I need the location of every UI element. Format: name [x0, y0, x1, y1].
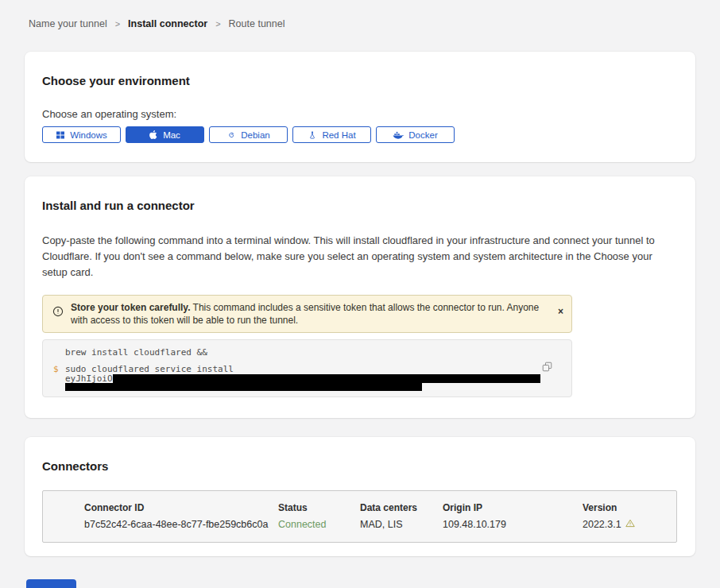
breadcrumb: Name your tunnel > Install connector > R… [0, 0, 720, 29]
column-header-connector-id: Connector ID [84, 502, 278, 513]
token-warning-banner: Store your token carefully. This command… [42, 295, 572, 333]
os-button-label: Mac [163, 130, 180, 140]
redacted-token-bar [113, 374, 540, 383]
column-header-version: Version [583, 502, 664, 513]
status-badge: Connected [278, 519, 360, 530]
connector-id-value: b7c52c42-6caa-48ee-8c77-fbe259cb6c0a [84, 519, 278, 530]
next-button[interactable]: Next [26, 579, 76, 588]
os-button-debian[interactable]: Debian [209, 126, 288, 143]
warning-triangle-icon [625, 519, 635, 530]
breadcrumb-separator: > [115, 19, 120, 29]
docker-icon [393, 130, 404, 140]
os-select-label: Choose an operating system: [42, 108, 678, 120]
os-button-windows[interactable]: Windows [42, 126, 121, 143]
install-command-code-block: brew install cloudflared && $ sudo cloud… [42, 339, 572, 397]
os-button-label: Red Hat [322, 130, 355, 140]
os-button-label: Docker [408, 130, 437, 140]
token-warning-text: Store your token carefully. This command… [71, 301, 544, 327]
breadcrumb-step-route-tunnel[interactable]: Route tunnel [229, 18, 285, 29]
terminal-prompt: $ [53, 365, 59, 373]
code-line-service-install: sudo cloudflared service install [65, 364, 234, 374]
breadcrumb-separator: > [215, 19, 220, 29]
windows-icon [56, 130, 65, 140]
os-button-mac[interactable]: Mac [126, 126, 204, 143]
token-warning-title: Store your token carefully. [71, 302, 191, 313]
install-card-title: Install and run a connector [42, 199, 678, 212]
install-connector-card: Install and run a connector Copy-paste t… [25, 176, 695, 418]
data-centers-value: MAD, LIS [360, 519, 443, 530]
os-button-group: Windows Mac Debian Red Hat Docker [42, 126, 678, 143]
os-button-redhat[interactable]: Red Hat [292, 126, 371, 143]
os-button-docker[interactable]: Docker [376, 126, 455, 143]
version-value: 2022.3.1 [583, 519, 621, 530]
apple-icon [149, 130, 158, 140]
connectors-card-title: Connectors [42, 459, 678, 473]
close-icon[interactable]: × [558, 307, 563, 316]
connectors-table: Connector ID Status Data centers Origin … [42, 490, 677, 543]
redacted-token-bar [65, 383, 422, 391]
environment-card-title: Choose your environment [42, 74, 678, 87]
choose-environment-card: Choose your environment Choose an operat… [25, 52, 695, 162]
breadcrumb-step-name-your-tunnel[interactable]: Name your tunnel [29, 18, 107, 29]
breadcrumb-step-install-connector[interactable]: Install connector [128, 18, 207, 29]
code-line-brew-install: brew install cloudflared && [65, 348, 571, 357]
table-row: b7c52c42-6caa-48ee-8c77-fbe259cb6c0a Con… [84, 519, 664, 530]
alert-circle-icon [52, 306, 64, 320]
token-prefix-text: eyJhIjoiO [65, 374, 113, 383]
connectors-card: Connectors Connector ID Status Data cent… [25, 437, 695, 556]
debian-icon [226, 130, 236, 140]
os-button-label: Windows [70, 130, 107, 140]
column-header-origin-ip: Origin IP [443, 502, 583, 513]
copy-icon[interactable] [542, 362, 552, 374]
redhat-icon [308, 130, 317, 140]
column-header-status: Status [278, 502, 360, 513]
origin-ip-value: 109.48.10.179 [443, 519, 583, 530]
column-header-data-centers: Data centers [360, 502, 443, 513]
install-card-description: Copy-paste the following command into a … [42, 233, 675, 280]
connectors-table-header: Connector ID Status Data centers Origin … [84, 502, 664, 513]
os-button-label: Debian [241, 130, 269, 140]
